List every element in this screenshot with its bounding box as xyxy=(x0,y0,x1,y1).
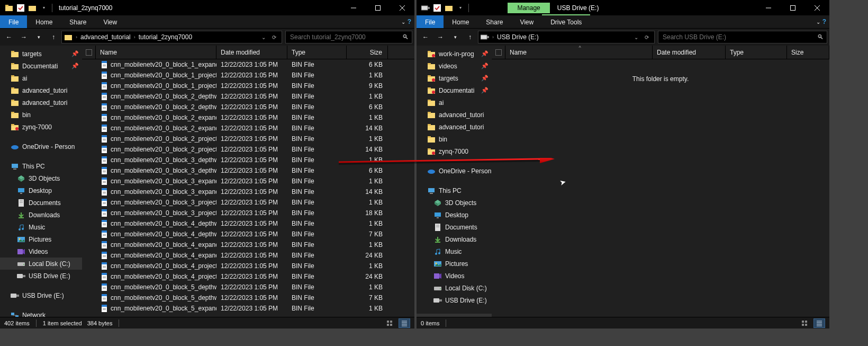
chevron-right-icon[interactable]: › xyxy=(492,34,494,40)
search-icon[interactable]: 🔍︎ xyxy=(402,33,409,41)
tree-item[interactable]: videos📌 xyxy=(417,60,492,72)
tree-item[interactable]: Documents xyxy=(417,221,492,233)
tree-item[interactable]: Downloads xyxy=(417,233,492,245)
file-row[interactable]: cnn_mobilenetv20_0_block_2_expand_...12/… xyxy=(82,123,414,134)
file-row[interactable]: cnn_mobilenetv20_0_block_2_depthwi...12/… xyxy=(82,102,414,112)
tree-item[interactable]: advanced_tutori xyxy=(0,96,82,109)
refresh-button[interactable]: ⟳ xyxy=(269,31,279,43)
properties-icon[interactable] xyxy=(431,2,443,14)
file-list[interactable]: Name Date modified Type Size cnn_mobilen… xyxy=(82,46,414,317)
usb-drive-icon[interactable] xyxy=(420,2,431,14)
tree-item[interactable]: Desktop xyxy=(0,184,82,197)
tree-item[interactable]: targets📌 xyxy=(417,72,492,84)
file-row[interactable]: cnn_mobilenetv20_0_block_2_project_...12… xyxy=(82,134,414,144)
address-bar[interactable]: › USB Drive (E:) ⌄ ⟳ xyxy=(478,31,655,43)
file-row[interactable]: cnn_mobilenetv20_0_block_1_expand_...12/… xyxy=(82,59,414,70)
column-size[interactable]: Size xyxy=(787,46,829,59)
folder-icon[interactable] xyxy=(3,2,15,14)
search-icon[interactable]: 🔍︎ xyxy=(817,33,824,41)
chevron-right-icon[interactable]: › xyxy=(134,34,135,40)
tree-item[interactable]: advanced_tutori xyxy=(417,121,492,133)
refresh-button[interactable]: ⟳ xyxy=(641,31,652,43)
help-icon[interactable]: ? xyxy=(822,18,826,25)
tab-view[interactable]: View xyxy=(95,15,125,28)
checkbox-header[interactable] xyxy=(82,46,96,59)
recent-dropdown[interactable]: ▾ xyxy=(448,30,462,44)
tree-item[interactable]: Videos xyxy=(417,270,492,282)
file-row[interactable]: cnn_mobilenetv20_0_block_5_depthwi...12/… xyxy=(82,292,414,303)
back-button[interactable]: ← xyxy=(2,30,16,44)
address-bar[interactable]: › advanced_tutorial › tutorial_2zynq7000… xyxy=(61,31,282,43)
column-type[interactable]: Type xyxy=(726,46,787,59)
tree-item[interactable]: Videos xyxy=(0,245,82,258)
file-row[interactable]: cnn_mobilenetv20_0_block_2_project_...12… xyxy=(82,144,414,155)
tree-item[interactable]: zynq-7000 xyxy=(0,121,82,133)
tree-item[interactable]: USB Drive (E:) xyxy=(0,289,82,301)
address-dropdown[interactable]: ⌄ xyxy=(258,31,269,43)
close-button[interactable] xyxy=(805,0,829,15)
search-box[interactable]: 🔍︎ xyxy=(658,31,827,43)
file-row[interactable]: cnn_mobilenetv20_0_block_2_expand_...12/… xyxy=(82,112,414,123)
tree-item[interactable]: Pictures xyxy=(417,258,492,270)
tree-item[interactable]: Pictures xyxy=(0,233,82,245)
tree-item[interactable]: OneDrive - Person xyxy=(417,165,492,177)
file-row[interactable]: cnn_mobilenetv20_0_block_5_expand_...12/… xyxy=(82,303,414,314)
search-input[interactable] xyxy=(289,33,402,41)
view-large-icons-button[interactable] xyxy=(384,318,395,328)
navigation-tree[interactable]: targets📌Documentati📌aiadvanced_tutoriadv… xyxy=(0,46,82,317)
tree-item[interactable]: advanced_tutori xyxy=(0,84,82,96)
manage-contextual-tab[interactable]: Manage xyxy=(508,3,549,13)
tree-item[interactable]: 3D Objects xyxy=(417,197,492,209)
breadcrumb-seg[interactable]: USB Drive (E:) xyxy=(497,33,539,41)
column-name[interactable]: Name ^ xyxy=(505,46,653,59)
forward-button[interactable]: → xyxy=(433,30,447,44)
recent-dropdown[interactable]: ▾ xyxy=(32,30,46,44)
view-details-button[interactable] xyxy=(813,318,825,328)
file-row[interactable]: cnn_mobilenetv20_0_block_3_expand_...12/… xyxy=(82,176,414,187)
tree-item[interactable]: Local Disk (C:) xyxy=(0,258,82,270)
view-details-button[interactable] xyxy=(399,318,410,328)
file-row[interactable]: cnn_mobilenetv20_0_block_4_expand_...12/… xyxy=(82,239,414,250)
maximize-button[interactable] xyxy=(366,0,390,15)
help-icon[interactable]: ? xyxy=(408,18,411,25)
column-type[interactable]: Type xyxy=(287,46,347,59)
file-row[interactable]: cnn_mobilenetv20_0_block_1_project_...12… xyxy=(82,81,414,91)
search-input[interactable] xyxy=(662,33,817,41)
tab-share[interactable]: Share xyxy=(61,15,95,28)
column-name[interactable]: Name xyxy=(96,46,216,59)
file-row[interactable]: cnn_mobilenetv20_0_block_4_expand_...12/… xyxy=(82,250,414,261)
tree-item[interactable]: OneDrive - Person xyxy=(0,140,82,153)
file-row[interactable]: cnn_mobilenetv20_0_block_4_depthwi...12/… xyxy=(82,218,414,229)
column-date[interactable]: Date modified xyxy=(653,46,726,59)
minimize-button[interactable] xyxy=(756,0,781,15)
chevron-right-icon[interactable]: › xyxy=(76,34,77,40)
file-row[interactable]: cnn_mobilenetv20_0_block_5_depthwi...12/… xyxy=(82,282,414,292)
tab-home[interactable]: Home xyxy=(27,15,61,28)
titlebar[interactable]: ▾ Manage USB Drive (E:) xyxy=(417,0,829,15)
tree-item[interactable]: targets📌 xyxy=(0,48,82,60)
new-folder-icon[interactable] xyxy=(443,2,455,14)
forward-button[interactable]: → xyxy=(17,30,31,44)
tree-item[interactable]: ai xyxy=(0,72,82,84)
minimize-button[interactable] xyxy=(341,0,366,15)
column-date[interactable]: Date modified xyxy=(216,46,287,59)
tree-item[interactable]: Documentati📌 xyxy=(417,84,492,96)
tree-item[interactable]: Documentati📌 xyxy=(0,60,82,72)
view-large-icons-button[interactable] xyxy=(799,318,810,328)
tab-home[interactable]: Home xyxy=(444,15,477,28)
maximize-button[interactable] xyxy=(781,0,805,15)
tree-item[interactable]: 3D Objects xyxy=(0,172,82,184)
tab-share[interactable]: Share xyxy=(477,15,511,28)
file-list[interactable]: Name ^ Date modified Type Size This fold… xyxy=(492,46,829,317)
ribbon-expand-icon[interactable]: ⌄ xyxy=(816,19,820,25)
file-row[interactable]: cnn_mobilenetv20_0_block_3_expand_...12/… xyxy=(82,187,414,197)
tree-item[interactable]: This PC xyxy=(0,160,82,172)
file-row[interactable]: cnn_mobilenetv20_0_block_4_project_...12… xyxy=(82,271,414,282)
back-button[interactable]: ← xyxy=(419,30,432,44)
tree-item[interactable]: Music xyxy=(417,245,492,258)
tree-item[interactable]: Desktop xyxy=(417,209,492,221)
navigation-tree[interactable]: work-in-prog📌videos📌targets📌Documentati📌… xyxy=(417,46,492,317)
tree-item[interactable]: Local Disk (C:) xyxy=(417,282,492,294)
properties-icon[interactable] xyxy=(15,2,26,14)
tree-item[interactable]: This PC xyxy=(417,184,492,197)
